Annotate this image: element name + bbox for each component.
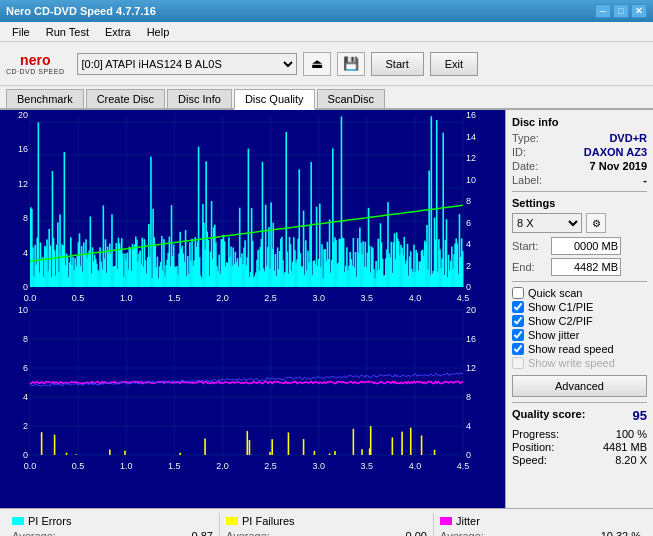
- position-value: 4481 MB: [603, 441, 647, 453]
- advanced-button[interactable]: Advanced: [512, 375, 647, 397]
- chart-area: [0, 110, 505, 508]
- exit-button[interactable]: Exit: [430, 52, 478, 76]
- stats-bar: PI Errors Average: 0.87 Maximum: 11 Tota…: [0, 508, 653, 536]
- pi-errors-legend: [12, 517, 24, 525]
- menu-file[interactable]: File: [4, 24, 38, 40]
- speed-label: Speed:: [512, 454, 547, 466]
- settings-icon-btn[interactable]: ⚙: [586, 213, 606, 233]
- tab-benchmark[interactable]: Benchmark: [6, 89, 84, 108]
- disc-id-value: DAXON AZ3: [584, 146, 647, 158]
- tab-disc-info[interactable]: Disc Info: [167, 89, 232, 108]
- start-field[interactable]: [551, 237, 621, 255]
- menu-run-test[interactable]: Run Test: [38, 24, 97, 40]
- show-c1pie-row: Show C1/PIE: [512, 301, 647, 313]
- menu-help[interactable]: Help: [139, 24, 178, 40]
- pif-avg-label: Average:: [226, 530, 270, 536]
- speed-select[interactable]: 8 X: [512, 213, 582, 233]
- titlebar: Nero CD-DVD Speed 4.7.7.16 ─ □ ✕: [0, 0, 653, 22]
- progress-row: Progress: 100 %: [512, 428, 647, 440]
- maximize-btn[interactable]: □: [613, 4, 629, 18]
- quality-label: Quality score:: [512, 408, 585, 423]
- show-read-speed-checkbox[interactable]: [512, 343, 524, 355]
- show-c2pif-row: Show C2/PIF: [512, 315, 647, 327]
- show-read-speed-label: Show read speed: [528, 343, 614, 355]
- pif-avg-value: 0.00: [406, 530, 427, 536]
- disc-label-row: Label: -: [512, 174, 647, 186]
- settings-title: Settings: [512, 197, 647, 209]
- logo: nero CD·DVD SPEED: [6, 52, 65, 75]
- jitter-avg-label: Average:: [440, 530, 484, 536]
- jitter-avg: Average: 10.32 %: [440, 530, 641, 536]
- speed-value: 8.20 X: [615, 454, 647, 466]
- show-read-speed-row: Show read speed: [512, 343, 647, 355]
- progress-label: Progress:: [512, 428, 559, 440]
- jitter-avg-value: 10.32 %: [601, 530, 641, 536]
- disc-date-value: 7 Nov 2019: [590, 160, 647, 172]
- disc-label-label: Label:: [512, 174, 542, 186]
- start-field-row: Start:: [512, 237, 647, 255]
- pi-failures-group: PI Failures Average: 0.00 Maximum: 2 Tot…: [220, 513, 434, 536]
- pi-failures-title: PI Failures: [242, 515, 295, 527]
- pi-errors-header: PI Errors: [12, 515, 213, 527]
- show-jitter-checkbox[interactable]: [512, 329, 524, 341]
- jitter-group: Jitter Average: 10.32 % Maximum: 11.6 % …: [434, 513, 647, 536]
- end-field-row: End:: [512, 258, 647, 276]
- drive-select[interactable]: [0:0] ATAPI iHAS124 B AL0S: [77, 53, 297, 75]
- minimize-btn[interactable]: ─: [595, 4, 611, 18]
- show-c1pie-checkbox[interactable]: [512, 301, 524, 313]
- show-write-speed-label: Show write speed: [528, 357, 615, 369]
- disc-date-label: Date:: [512, 160, 538, 172]
- end-field-label: End:: [512, 261, 547, 273]
- show-jitter-row: Show jitter: [512, 329, 647, 341]
- logo-subtitle: CD·DVD SPEED: [6, 68, 65, 75]
- quality-row: Quality score: 95: [512, 408, 647, 423]
- menubar: File Run Test Extra Help: [0, 22, 653, 42]
- disc-label-value: -: [643, 174, 647, 186]
- disc-type-label: Type:: [512, 132, 539, 144]
- position-label: Position:: [512, 441, 554, 453]
- logo-nero: nero: [20, 52, 50, 68]
- tab-disc-quality[interactable]: Disc Quality: [234, 89, 315, 110]
- eject-icon-btn[interactable]: ⏏: [303, 52, 331, 76]
- disc-type-row: Type: DVD+R: [512, 132, 647, 144]
- pi-avg-label: Average:: [12, 530, 56, 536]
- divider-2: [512, 281, 647, 282]
- show-c2pif-checkbox[interactable]: [512, 315, 524, 327]
- show-c1pie-label: Show C1/PIE: [528, 301, 593, 313]
- start-field-label: Start:: [512, 240, 547, 252]
- pi-errors-avg: Average: 0.87: [12, 530, 213, 536]
- disc-info-title: Disc info: [512, 116, 647, 128]
- disc-date-row: Date: 7 Nov 2019: [512, 160, 647, 172]
- main-content: Disc info Type: DVD+R ID: DAXON AZ3 Date…: [0, 110, 653, 508]
- pi-avg-value: 0.87: [192, 530, 213, 536]
- pi-errors-group: PI Errors Average: 0.87 Maximum: 11 Tota…: [6, 513, 220, 536]
- show-jitter-label: Show jitter: [528, 329, 579, 341]
- quick-scan-checkbox[interactable]: [512, 287, 524, 299]
- tab-scan-disc[interactable]: ScanDisc: [317, 89, 385, 108]
- tab-create-disc[interactable]: Create Disc: [86, 89, 165, 108]
- divider-1: [512, 191, 647, 192]
- end-field[interactable]: [551, 258, 621, 276]
- speed-row: 8 X ⚙: [512, 213, 647, 233]
- window-controls[interactable]: ─ □ ✕: [595, 4, 647, 18]
- right-panel: Disc info Type: DVD+R ID: DAXON AZ3 Date…: [505, 110, 653, 508]
- progress-section: Progress: 100 % Position: 4481 MB Speed:…: [512, 428, 647, 466]
- save-icon-btn[interactable]: 💾: [337, 52, 365, 76]
- top-chart: [0, 110, 488, 305]
- jitter-title: Jitter: [456, 515, 480, 527]
- divider-3: [512, 402, 647, 403]
- start-button[interactable]: Start: [371, 52, 424, 76]
- close-btn[interactable]: ✕: [631, 4, 647, 18]
- bottom-chart: [0, 305, 488, 473]
- jitter-header: Jitter: [440, 515, 641, 527]
- position-row: Position: 4481 MB: [512, 441, 647, 453]
- disc-type-value: DVD+R: [609, 132, 647, 144]
- pi-failures-header: PI Failures: [226, 515, 427, 527]
- tabs: Benchmark Create Disc Disc Info Disc Qua…: [0, 86, 653, 110]
- menu-extra[interactable]: Extra: [97, 24, 139, 40]
- progress-value: 100 %: [616, 428, 647, 440]
- disc-id-label: ID:: [512, 146, 526, 158]
- pi-errors-title: PI Errors: [28, 515, 71, 527]
- pi-failures-avg: Average: 0.00: [226, 530, 427, 536]
- show-write-speed-row: Show write speed: [512, 357, 647, 369]
